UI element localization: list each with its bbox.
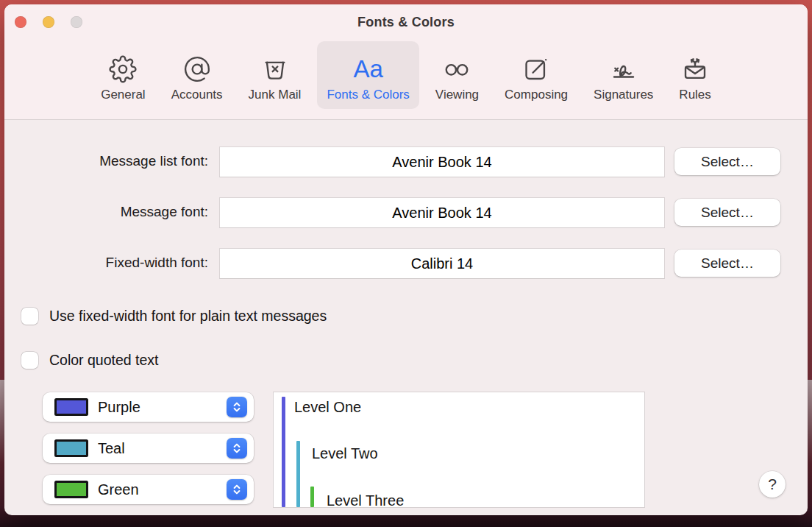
tab-label: Junk Mail: [249, 88, 302, 102]
junk-bin-icon: [261, 54, 289, 85]
tab-fonts-colors[interactable]: Aa Fonts & Colors: [317, 41, 419, 109]
message-list-font-label: Message list font:: [4, 153, 208, 169]
tab-label: Accounts: [171, 88, 223, 102]
aa-fonts-icon: Aa: [353, 54, 382, 85]
use-fixed-width-label: Use fixed-width font for plain text mess…: [49, 308, 327, 325]
preferences-window: Fonts & Colors General Accounts Junk Mai…: [4, 4, 808, 515]
window-title: Fonts & Colors: [4, 15, 808, 30]
message-font-select-button[interactable]: Select…: [674, 199, 780, 226]
quote-bar-level2: [296, 441, 300, 507]
chevron-up-down-icon[interactable]: [227, 438, 247, 459]
quote-bar-level3: [310, 487, 314, 507]
quote-color-popup-level2[interactable]: Teal: [43, 434, 254, 463]
use-fixed-width-checkbox[interactable]: [21, 308, 38, 325]
fixed-width-font-select-button[interactable]: Select…: [674, 250, 780, 277]
window-header: Fonts & Colors General Accounts Junk Mai…: [4, 4, 808, 120]
quote-bar-level1: [282, 397, 285, 507]
color-quoted-text-checkbox[interactable]: [21, 352, 38, 369]
tab-label: Rules: [679, 88, 710, 102]
green-swatch: [54, 481, 88, 498]
message-font-label: Message font:: [4, 204, 208, 220]
fixed-width-font-value: Calibri 14: [219, 248, 665, 279]
message-font-value: Avenir Book 14: [219, 197, 665, 228]
level-one-text: Level One: [294, 399, 361, 416]
tab-viewing[interactable]: Viewing: [426, 41, 488, 109]
help-button[interactable]: ?: [759, 471, 786, 498]
level-three-text: Level Three: [327, 492, 404, 509]
rules-envelope-icon: [681, 54, 709, 85]
quote-color-popup-level3[interactable]: Green: [43, 475, 254, 504]
gear-icon: [109, 54, 137, 85]
signature-icon: [610, 54, 638, 85]
fixed-width-font-label: Fixed-width font:: [4, 255, 208, 271]
message-list-font-select-button[interactable]: Select…: [674, 148, 780, 175]
teal-swatch: [54, 439, 88, 457]
message-list-font-value: Avenir Book 14: [219, 146, 665, 177]
tab-rules[interactable]: Rules: [669, 41, 720, 109]
tab-general[interactable]: General: [91, 41, 154, 109]
chevron-up-down-icon[interactable]: [227, 479, 247, 500]
desktop-background: { "window": { "title": "Fonts & Colors" …: [0, 0, 812, 527]
preferences-toolbar: General Accounts Junk Mail Aa Fonts & Co…: [4, 41, 808, 109]
tab-signatures[interactable]: Signatures: [584, 41, 663, 109]
color-quoted-text-label: Color quoted text: [49, 352, 159, 369]
popup-label: Teal: [98, 440, 125, 457]
tab-label: Fonts & Colors: [327, 88, 409, 102]
tab-label: Viewing: [435, 88, 479, 102]
glasses-icon: [443, 54, 471, 85]
purple-swatch: [54, 398, 88, 416]
at-sign-icon: [183, 54, 211, 85]
level-two-text: Level Two: [312, 445, 378, 462]
tab-accounts[interactable]: Accounts: [162, 41, 232, 109]
tab-composing[interactable]: Composing: [495, 41, 577, 109]
tab-label: Composing: [505, 88, 568, 102]
tab-junk-mail[interactable]: Junk Mail: [239, 41, 311, 109]
compose-icon: [522, 54, 550, 85]
tab-label: Signatures: [594, 88, 653, 102]
popup-label: Green: [98, 481, 139, 498]
quote-color-popup-level1[interactable]: Purple: [43, 392, 254, 422]
quote-preview-box: Level One Level Two Level Three: [273, 392, 645, 508]
popup-label: Purple: [98, 399, 140, 416]
chevron-up-down-icon[interactable]: [227, 397, 247, 417]
tab-label: General: [101, 88, 145, 102]
